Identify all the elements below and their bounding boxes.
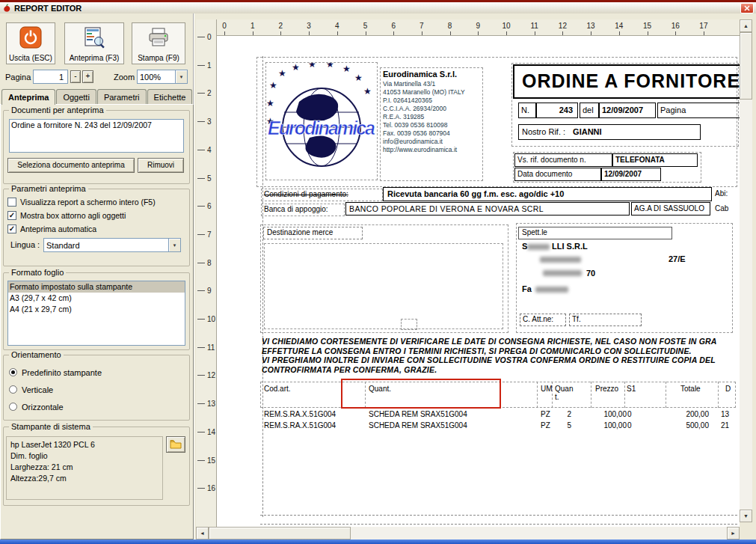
ruler-number: 9 [197, 287, 212, 295]
horizontal-scrollbar[interactable]: ◄ ► [196, 527, 740, 540]
rimuovi-button[interactable]: Rimuovi [138, 158, 184, 173]
blurred-text [543, 270, 582, 276]
print-button[interactable]: Stampa (F9) [132, 22, 185, 64]
table-cell: 200,00 [667, 410, 709, 418]
ruler-number: 3 [197, 117, 212, 126]
radio-button[interactable] [9, 368, 17, 376]
warning-text: VI CHIEDIAMO CORTESEMENTE DI VERIFICARE … [262, 337, 736, 374]
tab-oggetti[interactable]: Oggetti [56, 89, 96, 104]
ruler-number: 5 [363, 22, 368, 30]
col-header-codart: Cod.art. [264, 385, 291, 393]
warning-line: VI CHIEDIAMO CORTESEMENTE DI VERIFICARE … [262, 337, 736, 346]
radio-row[interactable]: Orizzontale [9, 398, 185, 415]
formato-list-item[interactable]: A4 (21 x 29,7 cm) [8, 304, 185, 315]
radio-button[interactable] [9, 403, 17, 411]
documenti-list[interactable]: Ordine a fornitore N. 243 del 12/09/2007 [9, 119, 184, 153]
table-cell: 500,00 [667, 421, 709, 430]
vertical-scrollbar[interactable]: ▲ ▼ [740, 19, 752, 522]
condizioni-label: Condizioni di pagamento: [261, 189, 383, 201]
preview-button-label: Anteprima (F3) [70, 54, 120, 62]
table-cell: 13 [721, 410, 729, 418]
column-separator [666, 382, 666, 408]
company-logo: ★ ★ ★ ★ ★ ★ ★ ★ ★ ★ Eurodinamica [266, 63, 377, 180]
checkbox-row[interactable]: ✓Mostra box attorno agli oggetti [7, 209, 187, 222]
exit-button[interactable]: Uscita (ESC) [6, 22, 55, 64]
close-button[interactable] [740, 3, 754, 13]
vertical-scroll-thumb[interactable] [740, 32, 752, 100]
ruler-tick [197, 234, 205, 235]
ruler-tick [506, 31, 507, 35]
ruler-number: 9 [476, 22, 481, 30]
ruler-tick [562, 31, 563, 35]
scroll-right-button[interactable]: ► [727, 527, 740, 540]
page-plus-button[interactable]: + [82, 70, 93, 83]
ruler-horizontal: 01234567891011121314151617 [217, 19, 740, 36]
ruler-number: 2 [279, 22, 283, 30]
tab-anteprima[interactable]: Anteprima [1, 89, 55, 105]
ruler-number: 12 [559, 22, 567, 30]
company-info-line: P.I. 02641420365 [383, 97, 483, 105]
svg-text:★: ★ [308, 63, 316, 70]
checkbox-row[interactable]: Visualizza report a schermo intero (F5) [7, 195, 187, 209]
preview-icon [83, 26, 105, 49]
c-attne-label: C. Att.ne: [520, 314, 566, 326]
checkbox[interactable] [7, 198, 16, 207]
n-label: N. [518, 103, 536, 118]
scroll-up-button[interactable]: ▲ [740, 19, 752, 32]
company-info-line: C.C.I.A.A. 26934/2000 [383, 105, 483, 113]
address-fragment: Fa [522, 284, 532, 293]
ruler-number: 11 [197, 343, 215, 352]
checkbox[interactable]: ✓ [7, 224, 16, 233]
banca-value: BANCO POPOLARE DI VERONA E NOVARA SCRL [345, 202, 630, 216]
printer-select-button[interactable] [166, 436, 185, 453]
address-fragment: LLI S.R.L [552, 242, 588, 251]
svg-text:★: ★ [326, 63, 334, 70]
scroll-left-button[interactable]: ◄ [196, 527, 209, 540]
formato-list-item[interactable]: A3 (29,7 x 42 cm) [8, 293, 185, 304]
radio-button[interactable] [9, 385, 17, 394]
seleziona-documento-button[interactable]: Seleziona documento anteprima [7, 158, 135, 173]
page-minus-button[interactable]: - [70, 70, 81, 83]
ruler-tick [197, 150, 205, 150]
table-cell: 2 [552, 410, 571, 418]
condizioni-value: Ricevuta bancaria 60 gg f.m. esc. ago/di… [383, 187, 712, 201]
formato-list-item[interactable]: Formato impostato sulla stampante [8, 281, 185, 293]
zoom-label: Zoom [114, 73, 135, 82]
ruler-tick [280, 31, 281, 35]
scroll-down-button[interactable]: ▼ [740, 510, 752, 522]
cab-label: Cab [715, 204, 728, 213]
ruler-number: 6 [197, 202, 212, 210]
ruler-tick [197, 375, 205, 376]
address-fragment: 70 [586, 269, 595, 278]
svg-text:★: ★ [269, 80, 277, 91]
groupbox-stampante-title: Stampante di sistema [9, 422, 93, 431]
destinazione-inner-box [264, 243, 503, 329]
spettle-label: Spett.le [518, 227, 672, 239]
table-cell: PZ [541, 421, 550, 430]
ruler-tick [197, 319, 205, 320]
formato-list[interactable]: Formato impostato sulla stampanteA3 (29,… [7, 281, 185, 346]
pagina-label: Pagina [5, 73, 31, 82]
radio-row[interactable]: Verticale [9, 381, 185, 398]
tab-parametri[interactable]: Parametri [97, 89, 147, 104]
ruler-tick [422, 31, 422, 35]
page-number-input[interactable] [33, 70, 68, 84]
svg-text:★: ★ [278, 68, 286, 79]
tab-etichette[interactable]: Etichette [147, 89, 193, 104]
checkbox-row[interactable]: ✓Anteprima automatica [7, 222, 187, 236]
documenti-list-item[interactable]: Ordine a fornitore N. 243 del 12/09/2007 [10, 120, 183, 131]
zoom-select[interactable]: 100% ▼ [137, 70, 188, 84]
company-info-line: Fax. 0039 0536 807904 [383, 129, 483, 138]
ruler-number: 0 [222, 22, 227, 30]
chevron-down-icon[interactable]: ▼ [175, 70, 187, 83]
ruler-number: 1 [197, 61, 212, 70]
highlight-box [341, 379, 501, 409]
ruler-number: 13 [587, 22, 595, 30]
horizontal-scroll-thumb[interactable] [209, 527, 351, 540]
radio-row[interactable]: Predefinito stampante [9, 364, 185, 381]
ruler-tick [591, 31, 591, 35]
preview-button[interactable]: Anteprima (F3) [64, 22, 124, 64]
ruler-number: 12 [197, 371, 215, 379]
checkbox[interactable]: ✓ [7, 211, 16, 220]
blurred-text [535, 287, 568, 293]
